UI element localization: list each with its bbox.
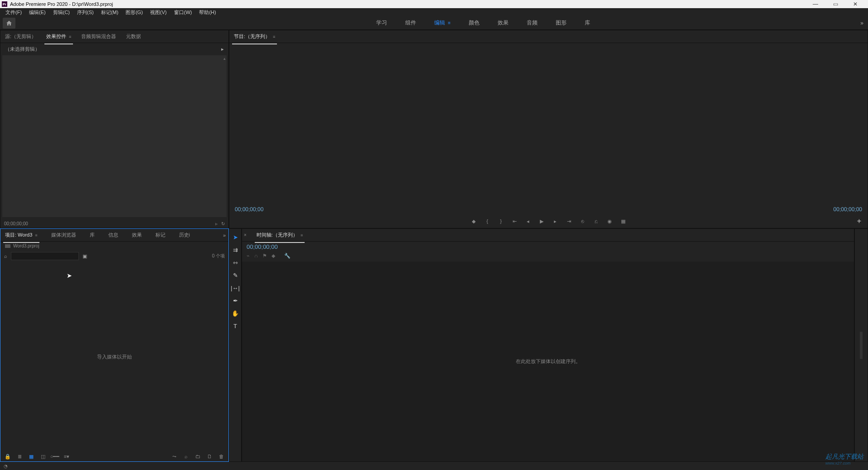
meter-bar (860, 332, 863, 359)
program-left-tc[interactable]: 00;00;00;00 (235, 206, 263, 213)
program-canvas[interactable] (229, 43, 868, 204)
menu-window[interactable]: 窗口(W) (171, 8, 195, 17)
home-button[interactable] (3, 18, 15, 29)
timeline-tab-close[interactable]: × (244, 233, 247, 237)
tl-snap-icon[interactable]: ⌁ (247, 253, 250, 259)
step-forward-icon[interactable]: ▸ (552, 218, 559, 225)
compare-icon[interactable]: ▦ (620, 218, 627, 225)
maximize-button[interactable]: ▭ (830, 0, 841, 8)
menu-marker[interactable]: 标记(M) (98, 8, 121, 17)
tab-library[interactable]: 库 (88, 230, 97, 240)
lower-left-wrap: 项目: Word3≡ 媒体浏览器 库 信息 效果 标记 历史i » Word3.… (0, 228, 229, 462)
lift-icon[interactable]: ⎋ (579, 218, 586, 225)
ec-arrow-icon[interactable]: ▸ (221, 46, 224, 52)
tab-effect-controls[interactable]: 效果控件≡ (44, 31, 73, 42)
pen-tool-icon[interactable]: ✒ (231, 296, 240, 305)
timeline-header: 00;00;00;00 (242, 242, 854, 252)
trash-icon[interactable]: 🗑 (218, 453, 225, 460)
audio-meters[interactable] (854, 228, 868, 462)
ec-scroll-up-icon[interactable]: ▴ (223, 56, 226, 61)
ws-effects[interactable]: 效果 (494, 17, 512, 29)
new-item-icon[interactable]: 🗋 (206, 453, 213, 460)
extract-icon[interactable]: ⎌ (592, 218, 600, 225)
search-input[interactable] (11, 252, 79, 260)
hand-tool-icon[interactable]: ✋ (231, 309, 240, 318)
ripple-tool-icon[interactable]: ⇿ (231, 258, 240, 267)
menu-file[interactable]: 文件(F) (3, 8, 24, 17)
tab-source[interactable]: 源:（无剪辑） (3, 31, 38, 42)
tl-wrench-icon[interactable]: 🔧 (284, 253, 291, 259)
mark-out-icon[interactable]: } (497, 218, 504, 225)
workspace-overflow[interactable]: » (860, 20, 863, 26)
list-view-icon[interactable]: ≣ (16, 453, 23, 460)
new-bin-icon[interactable]: 🗀 (194, 453, 201, 460)
snapshot-icon[interactable]: ◉ (606, 218, 613, 225)
tab-history[interactable]: 历史i (177, 230, 192, 240)
thumb-view-icon[interactable]: ▦ (28, 453, 35, 460)
ws-learning[interactable]: 学习 (373, 17, 391, 29)
project-footer: 🔒 ≣ ▦ ◫ ○━━ ≡▾ ⤳ ⌕ 🗀 🗋 🗑 (0, 451, 228, 461)
freeform-view-icon[interactable]: ◫ (39, 453, 47, 460)
ec-noclip-label: （未选择剪辑） (5, 46, 40, 53)
sort-icon[interactable]: ≡▾ (63, 453, 70, 460)
ec-header: （未选择剪辑） ▸ (0, 43, 228, 55)
ws-assembly[interactable]: 组件 (402, 17, 420, 29)
ws-color[interactable]: 颜色 (465, 17, 483, 29)
play-icon[interactable]: ▶ (538, 218, 545, 225)
minimize-button[interactable]: — (810, 0, 821, 8)
close-button[interactable]: ✕ (850, 0, 861, 8)
tab-project[interactable]: 项目: Word3≡ (3, 230, 39, 240)
program-right-tc: 00;00;00;00 (834, 206, 862, 213)
ws-library[interactable]: 库 (581, 17, 594, 29)
lock-icon[interactable]: 🔒 (4, 453, 11, 460)
slip-tool-icon[interactable]: |↔| (231, 283, 240, 292)
step-back-icon[interactable]: ◂ (524, 218, 532, 225)
tl-add-marker-icon[interactable]: ◆ (272, 253, 275, 259)
tab-media-browser[interactable]: 媒体浏览器 (49, 230, 78, 240)
track-select-tool-icon[interactable]: ⇉ (231, 245, 240, 254)
ws-graphics[interactable]: 图形 (552, 17, 570, 29)
timeline-body[interactable]: 在此处放下媒体以创建序列。 (242, 262, 854, 461)
menu-clip[interactable]: 剪辑(C) (50, 8, 73, 17)
zoom-slider-icon[interactable]: ○━━ (51, 453, 58, 460)
menu-graphics[interactable]: 图形(G) (123, 8, 145, 17)
menu-sequence[interactable]: 序列(S) (74, 8, 97, 17)
window-title: Adobe Premiere Pro 2020 - D:\pr\Word3.pr… (10, 1, 810, 7)
tab-audio-mixer[interactable]: 音频剪辑混合器 (79, 31, 118, 42)
razor-tool-icon[interactable]: ✎ (231, 271, 240, 280)
mark-in-icon[interactable]: { (484, 218, 491, 225)
timeline-timecode[interactable]: 00;00;00;00 (247, 243, 278, 250)
tab-program[interactable]: 节目:（无序列）≡ (232, 31, 277, 42)
main-layout: 源:（无剪辑） 效果控件≡ 音频剪辑混合器 元数据 （未选择剪辑） ▸ ▴ 00… (0, 30, 868, 462)
menu-view[interactable]: 视图(V) (147, 8, 170, 17)
filter-icon[interactable]: ▣ (82, 253, 87, 259)
type-tool-icon[interactable]: T (231, 321, 240, 330)
add-button-icon[interactable]: + (857, 217, 861, 225)
title-bar: Pr Adobe Premiere Pro 2020 - D:\pr\Word3… (0, 0, 868, 8)
menu-help[interactable]: 帮助(H) (196, 8, 218, 17)
marker-icon[interactable]: ◆ (470, 218, 477, 225)
tab-effects-panel[interactable]: 效果 (130, 230, 144, 240)
ec-play-icon[interactable]: ▹ (215, 221, 218, 226)
automate-icon[interactable]: ⤳ (170, 453, 178, 460)
ws-editing[interactable]: 编辑 (431, 17, 454, 29)
project-tabs: 项目: Word3≡ 媒体浏览器 库 信息 效果 标记 历史i » (0, 229, 228, 242)
timeline-panel: × 时间轴:（无序列）≡ 00;00;00;00 ⌁ ∩ ⚑ ◆ 🔧 在此处放下… (242, 228, 854, 462)
tl-marker-icon[interactable]: ⚑ (262, 253, 267, 259)
ws-audio[interactable]: 音频 (523, 17, 541, 29)
project-tabs-overflow[interactable]: » (223, 233, 226, 238)
tl-link-icon[interactable]: ∩ (254, 253, 258, 259)
home-icon (6, 20, 12, 26)
tool-column: ➤ ⇉ ⇿ ✎ |↔| ✒ ✋ T (229, 228, 242, 462)
selection-tool-icon[interactable]: ➤ (231, 233, 240, 242)
project-body[interactable]: 导入媒体以开始 (0, 262, 228, 451)
find-icon[interactable]: ⌕ (182, 453, 189, 460)
tab-markers[interactable]: 标记 (154, 230, 167, 240)
ec-loop-icon[interactable]: ↻ (221, 221, 225, 226)
tab-info[interactable]: 信息 (107, 230, 120, 240)
menu-edit[interactable]: 编辑(E) (26, 8, 48, 17)
go-in-icon[interactable]: ⇤ (511, 218, 518, 225)
tab-metadata[interactable]: 元数据 (124, 31, 143, 42)
go-out-icon[interactable]: ⇥ (565, 218, 572, 225)
tab-timeline[interactable]: 时间轴:（无序列）≡ (255, 230, 305, 240)
